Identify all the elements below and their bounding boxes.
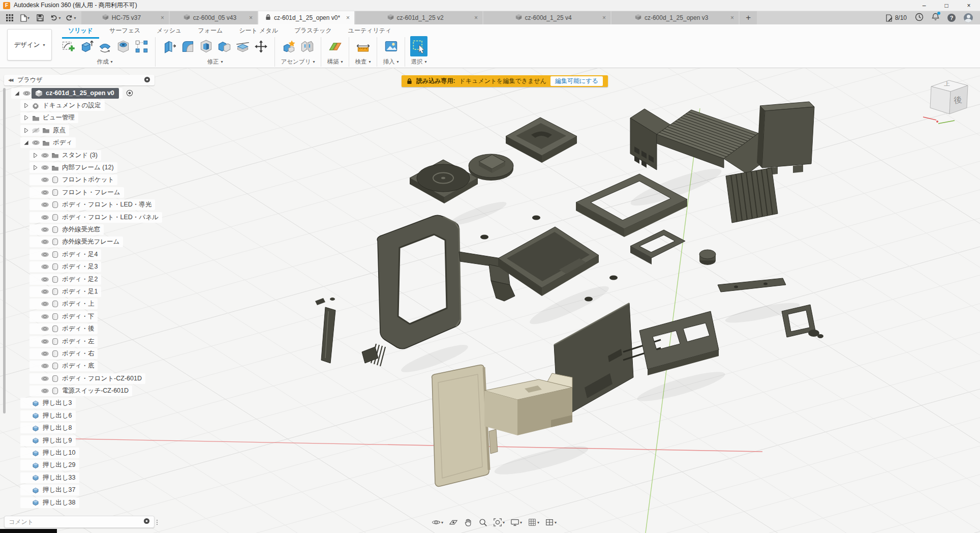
- collapse-arrow-icon[interactable]: [30, 153, 40, 158]
- browser-row[interactable]: 押し出し9: [7, 434, 162, 447]
- browser-row[interactable]: 赤外線受光フレーム: [7, 236, 162, 248]
- browser-row[interactable]: スタンド (3): [7, 149, 162, 161]
- part-cassette-lid[interactable]: [506, 117, 577, 163]
- part-inner-frame[interactable]: [639, 311, 719, 375]
- maximize-button[interactable]: □: [935, 0, 958, 11]
- expand-arrow-icon[interactable]: [12, 91, 21, 96]
- fit-tool-icon[interactable]: ▾: [492, 517, 506, 528]
- browser-row[interactable]: ボディ・足3: [7, 260, 162, 273]
- visibility-eye-icon[interactable]: [40, 252, 50, 257]
- collapse-arrow-icon[interactable]: [30, 165, 40, 170]
- browser-row[interactable]: ボディ・足1: [7, 285, 162, 298]
- look-at-tool-icon[interactable]: [447, 517, 460, 528]
- move-button[interactable]: [252, 36, 269, 56]
- save-icon[interactable]: [34, 12, 47, 23]
- close-tab-icon[interactable]: ×: [249, 14, 253, 21]
- browser-row[interactable]: ボディ・後: [7, 322, 162, 335]
- ribbon-group-label[interactable]: 修正▾: [207, 58, 223, 66]
- part-crt-bezel[interactable]: [377, 215, 515, 349]
- visibility-eye-icon[interactable]: [40, 264, 50, 270]
- visibility-eye-icon[interactable]: [40, 177, 50, 183]
- visibility-eye-icon[interactable]: [40, 165, 50, 170]
- collapse-arrow-icon[interactable]: [21, 103, 30, 108]
- visibility-eye-icon[interactable]: [40, 376, 50, 381]
- joint-button[interactable]: [298, 36, 316, 56]
- undo-icon[interactable]: ▾: [49, 12, 62, 23]
- new-tab-button[interactable]: +: [740, 11, 757, 24]
- collapse-panel-icon[interactable]: ◀◀: [8, 78, 12, 82]
- document-counter[interactable]: 8/10: [885, 14, 907, 22]
- press-pull-button[interactable]: [161, 36, 178, 56]
- browser-row[interactable]: ボディ・右: [7, 347, 162, 360]
- document-tab[interactable]: cz-601d_1_25 v2 ×: [355, 11, 482, 24]
- collapse-arrow-icon[interactable]: [21, 128, 30, 133]
- orbit-tool-icon[interactable]: ▾: [430, 517, 445, 528]
- part-long-bar[interactable]: [718, 278, 786, 292]
- document-tab[interactable]: HC-75 v37 ×: [81, 11, 169, 24]
- fillet-button[interactable]: [179, 36, 196, 56]
- part-knob[interactable]: [469, 154, 513, 181]
- help-icon[interactable]: ?: [947, 14, 956, 22]
- browser-row[interactable]: ドキュメントの設定: [7, 99, 162, 111]
- close-tab-icon[interactable]: ×: [346, 14, 350, 21]
- browser-row[interactable]: ボディ・底: [7, 360, 162, 372]
- visibility-eye-icon[interactable]: [40, 314, 50, 319]
- workspace-selector[interactable]: デザイン ▾: [7, 29, 52, 61]
- browser-row[interactable]: 押し出し29: [7, 459, 162, 471]
- visibility-eye-icon[interactable]: [40, 339, 50, 344]
- browser-row[interactable]: フロント・フレーム: [7, 186, 162, 198]
- shell-button[interactable]: [197, 36, 215, 56]
- visibility-eye-icon[interactable]: [40, 227, 50, 232]
- viewcube-front-face-label[interactable]: 後: [954, 95, 963, 105]
- part-bracket-frame[interactable]: [630, 230, 685, 264]
- browser-row[interactable]: ボディ: [7, 137, 162, 149]
- visibility-eye-icon[interactable]: [40, 363, 50, 369]
- visibility-eye-icon[interactable]: [40, 289, 50, 294]
- visibility-eye-icon[interactable]: [40, 351, 50, 357]
- document-tab[interactable]: cz-600d_05 v43 ×: [170, 11, 257, 24]
- browser-row[interactable]: 原点: [7, 124, 162, 136]
- part-back-panel[interactable]: [757, 102, 814, 175]
- avatar[interactable]: [964, 13, 973, 22]
- part-speaker[interactable]: [410, 160, 478, 203]
- new-component-button[interactable]: [280, 36, 297, 56]
- close-tab-icon[interactable]: ×: [730, 14, 734, 21]
- visibility-eye-off-icon[interactable]: [30, 128, 41, 133]
- ribbon-group-label[interactable]: アセンブリ▾: [281, 58, 315, 66]
- visibility-eye-icon[interactable]: [40, 277, 50, 282]
- visibility-eye-icon[interactable]: [40, 301, 50, 307]
- browser-row[interactable]: ボディ・足4: [7, 248, 162, 260]
- document-tab[interactable]: cz-600d_1_25_open v3 ×: [611, 11, 739, 24]
- file-menu-icon[interactable]: ▾: [18, 12, 32, 23]
- visibility-eye-icon[interactable]: [40, 326, 50, 332]
- revolve-button[interactable]: [96, 36, 113, 56]
- measure-button[interactable]: [354, 36, 372, 56]
- zoom-tool-icon[interactable]: [477, 517, 489, 528]
- pan-tool-icon[interactable]: [462, 517, 474, 528]
- close-button[interactable]: ×: [958, 0, 980, 11]
- browser-row[interactable]: ボディ・上: [7, 298, 162, 310]
- browser-row[interactable]: 押し出し3: [7, 397, 162, 409]
- browser-row[interactable]: ボディ・足2: [7, 273, 162, 285]
- notifications-bell-icon[interactable]: [932, 13, 939, 23]
- browser-row[interactable]: 赤外線受光窓: [7, 223, 162, 235]
- browser-row[interactable]: 押し出し6: [7, 409, 162, 422]
- part-cylinder[interactable]: [699, 250, 716, 265]
- visibility-eye-icon[interactable]: [40, 239, 50, 245]
- visibility-eye-icon[interactable]: [40, 215, 50, 220]
- panel-options-icon[interactable]: [144, 76, 150, 85]
- visibility-eye-icon[interactable]: [21, 91, 32, 96]
- browser-row[interactable]: cz-601d_1_25_open v0: [7, 87, 162, 99]
- make-editable-link[interactable]: 編集可能にする: [550, 76, 603, 86]
- comment-resize-handle[interactable]: [157, 520, 159, 525]
- browser-row[interactable]: ボディ・下: [7, 310, 162, 322]
- ribbon-group-label[interactable]: 選択▾: [411, 58, 426, 66]
- part-vent-panel[interactable]: [726, 168, 778, 223]
- browser-row[interactable]: ボディ・フロント-CZ-601D: [7, 372, 162, 384]
- comment-options-icon[interactable]: [143, 517, 150, 526]
- close-tab-icon[interactable]: ×: [161, 14, 164, 21]
- browser-scrollbar[interactable]: [3, 88, 6, 413]
- extrude-button[interactable]: [78, 36, 95, 56]
- ribbon-group-label[interactable]: 検査▾: [355, 58, 371, 66]
- combine-button[interactable]: [216, 36, 233, 56]
